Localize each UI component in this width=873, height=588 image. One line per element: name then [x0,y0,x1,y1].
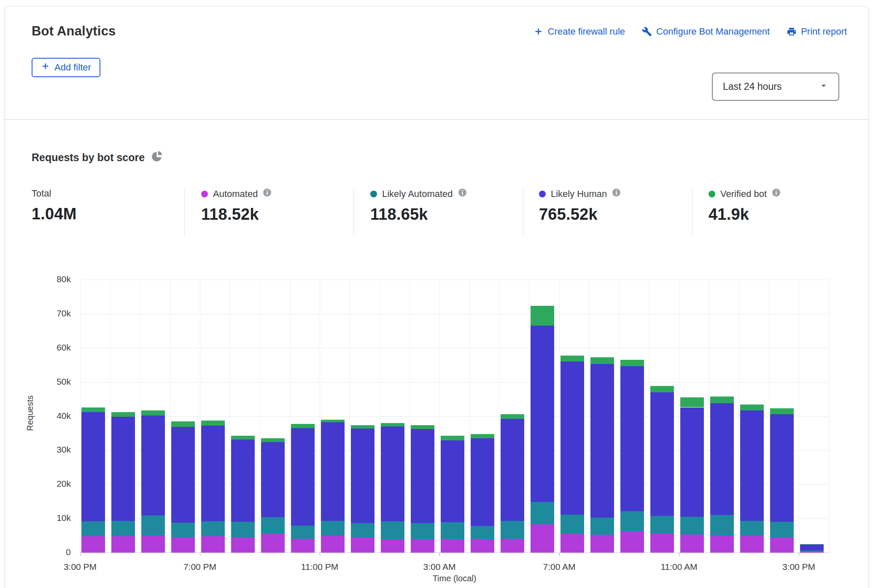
bar-segment-likely-automated[interactable] [531,502,554,524]
bar-segment-verified-bot[interactable] [620,360,644,366]
add-filter-button[interactable]: Add filter [32,58,100,77]
bar-segment-automated[interactable] [141,535,165,553]
bar-segment-verified-bot[interactable] [770,408,794,415]
configure-bot-management-link[interactable]: Configure Bot Management [642,26,770,37]
bar-segment-verified-bot[interactable] [381,423,404,426]
bar-segment-automated[interactable] [471,539,494,553]
bar-segment-likely-human[interactable] [111,417,135,521]
bar-segment-automated[interactable] [381,539,404,553]
bar-segment-likely-human[interactable] [650,392,674,516]
bar-segment-automated[interactable] [560,534,584,553]
bar-segment-verified-bot[interactable] [261,438,285,442]
bar-segment-likely-human[interactable] [800,545,824,551]
bar-segment-likely-human[interactable] [590,364,614,518]
bar-segment-likely-automated[interactable] [171,523,195,537]
info-icon[interactable] [458,188,467,200]
bar-segment-likely-human[interactable] [141,415,165,515]
print-report-link[interactable]: Print report [787,26,847,37]
bar-segment-likely-human[interactable] [411,429,434,523]
bar-segment-automated[interactable] [201,536,225,553]
bar-segment-verified-bot[interactable] [231,436,255,440]
bar-segment-verified-bot[interactable] [650,386,674,392]
bar-segment-verified-bot[interactable] [680,397,704,407]
bar-segment-likely-automated[interactable] [111,521,135,536]
bar-segment-likely-human[interactable] [381,426,404,522]
bar-segment-verified-bot[interactable] [590,357,614,364]
bar-segment-verified-bot[interactable] [740,405,764,410]
bar-segment-verified-bot[interactable] [81,407,105,412]
bar-segment-verified-bot[interactable] [560,356,584,362]
bar-segment-likely-human[interactable] [501,419,524,521]
bar-segment-verified-bot[interactable] [141,410,165,415]
bar-segment-verified-bot[interactable] [710,396,734,403]
bar-segment-likely-automated[interactable] [740,521,764,536]
bar-segment-automated[interactable] [81,536,105,553]
bar-segment-likely-human[interactable] [171,427,195,523]
bar-segment-likely-human[interactable] [740,410,764,521]
bar-segment-likely-automated[interactable] [501,521,524,539]
bar-segment-likely-human[interactable] [471,438,494,526]
bar-segment-likely-human[interactable] [710,403,734,515]
bar-segment-automated[interactable] [321,536,345,553]
bar-segment-likely-human[interactable] [620,366,644,511]
bar-segment-automated[interactable] [620,531,644,553]
bar-segment-likely-automated[interactable] [441,522,464,539]
bar-segment-likely-automated[interactable] [141,515,165,535]
bar-segment-verified-bot[interactable] [111,412,135,417]
bar-segment-automated[interactable] [261,534,285,553]
bar-segment-automated[interactable] [411,539,434,553]
create-firewall-rule-link[interactable]: Create firewall rule [534,26,625,37]
bar-segment-likely-automated[interactable] [411,523,434,539]
bar-segment-likely-human[interactable] [531,326,554,502]
bar-segment-likely-automated[interactable] [650,516,674,534]
legend-item-likely-automated[interactable]: Likely Automated [370,188,467,200]
bar-segment-likely-automated[interactable] [261,517,285,534]
bar-segment-verified-bot[interactable] [351,425,375,429]
bar-segment-verified-bot[interactable] [531,306,554,326]
bar-segment-automated[interactable] [680,534,704,553]
bar-segment-likely-human[interactable] [441,440,464,522]
bar-segment-likely-automated[interactable] [201,521,225,537]
bar-segment-likely-automated[interactable] [770,522,794,537]
bar-segment-verified-bot[interactable] [800,544,824,545]
bar-segment-likely-automated[interactable] [680,517,704,534]
bar-segment-likely-automated[interactable] [381,521,404,539]
bar-segment-likely-automated[interactable] [590,518,614,535]
bar-segment-automated[interactable] [590,535,614,553]
bar-segment-verified-bot[interactable] [201,421,225,426]
bar-segment-automated[interactable] [531,524,554,553]
time-range-dropdown[interactable]: Last 24 hours [712,73,839,101]
bar-segment-verified-bot[interactable] [321,420,345,422]
bar-segment-likely-automated[interactable] [291,526,315,539]
info-icon[interactable] [612,188,621,200]
bar-segment-likely-automated[interactable] [81,521,105,536]
bar-segment-verified-bot[interactable] [441,436,464,440]
bar-segment-likely-automated[interactable] [560,515,584,534]
bar-segment-verified-bot[interactable] [411,425,434,429]
bar-segment-likely-human[interactable] [291,428,315,526]
bar-segment-likely-human[interactable] [351,429,375,523]
info-icon[interactable] [263,188,272,200]
bar-segment-automated[interactable] [351,537,375,553]
legend-item-verified-bot[interactable]: Verified bot [709,188,781,200]
bar-segment-automated[interactable] [710,535,734,553]
legend-item-automated[interactable]: Automated [201,188,272,200]
legend-item-likely-human[interactable]: Likely Human [539,188,621,200]
bar-segment-likely-human[interactable] [680,407,704,517]
bar-segment-automated[interactable] [740,536,764,553]
bar-segment-likely-human[interactable] [560,361,584,515]
bar-segment-likely-human[interactable] [81,412,105,522]
bar-segment-automated[interactable] [111,536,135,553]
bar-segment-likely-human[interactable] [770,414,794,522]
bar-segment-likely-automated[interactable] [471,526,494,539]
bar-segment-likely-human[interactable] [231,440,255,522]
bar-segment-verified-bot[interactable] [471,434,494,439]
bar-segment-automated[interactable] [171,537,195,553]
bar-segment-likely-automated[interactable] [800,550,824,551]
bar-segment-verified-bot[interactable] [501,414,524,419]
bar-segment-automated[interactable] [441,539,464,553]
bar-segment-likely-automated[interactable] [231,522,255,537]
bar-segment-verified-bot[interactable] [171,421,195,427]
bar-segment-automated[interactable] [291,539,315,553]
info-icon[interactable] [772,188,781,200]
